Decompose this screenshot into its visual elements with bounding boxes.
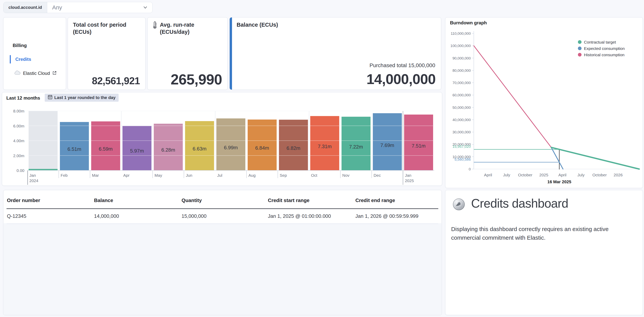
table-cell: Jan 1, 2025 @ 01:00:00.000 xyxy=(268,209,355,224)
svg-text:Jan: Jan xyxy=(29,173,36,178)
sidebar-item-label: Credits xyxy=(15,56,31,62)
svg-text:110,000,000: 110,000,000 xyxy=(451,32,471,36)
balance-accent-stripe xyxy=(230,18,232,90)
svg-text:7.31m: 7.31m xyxy=(318,144,332,149)
svg-text:Jan: Jan xyxy=(405,173,412,178)
svg-text:6.99m: 6.99m xyxy=(224,145,238,150)
filter-field-label: cloud.account.id xyxy=(4,2,47,13)
svg-text:July: July xyxy=(578,173,585,177)
coin-icon xyxy=(453,198,465,211)
svg-text:Nov: Nov xyxy=(342,173,350,178)
svg-text:40,000,000: 40,000,000 xyxy=(452,118,471,122)
svg-text:0: 0 xyxy=(468,167,471,171)
thermometer-icon xyxy=(152,21,158,36)
credits-dashboard-canvas: cloud.account.id Any Billing Credits Ela… xyxy=(0,0,644,317)
column-header: Quantity xyxy=(181,193,268,209)
svg-text:30,000,000: 30,000,000 xyxy=(452,130,471,134)
svg-text:60,000,000: 60,000,000 xyxy=(452,93,471,97)
active-item-stripe xyxy=(10,55,11,64)
table-row: Q-1234514,000,00015,000,000Jan 1, 2025 @… xyxy=(6,209,438,224)
svg-text:7.51m: 7.51m xyxy=(412,143,426,149)
credits-table-header: Order numberBalanceQuantityCredit start … xyxy=(6,193,438,209)
svg-text:Oct: Oct xyxy=(311,173,318,178)
metric-total-cost-panel: Total cost for period (ECUs) 82,561,921 xyxy=(68,17,146,90)
svg-text:Aug: Aug xyxy=(248,173,256,178)
table-cell: 15,000,000 xyxy=(181,209,268,224)
svg-text:October: October xyxy=(518,173,532,177)
usage-bar-chart[interactable]: 0.002.00m4.00m6.00m8.00mJanFebMarAprMayJ… xyxy=(2,106,442,185)
metric-title: Balance (ECUs) xyxy=(236,21,436,28)
credits-table-panel: Order numberBalanceQuantityCredit start … xyxy=(3,190,442,315)
svg-text:Jul: Jul xyxy=(217,173,222,178)
burndown-graph-panel: Burndown graph 010,000,00020,000,00030,0… xyxy=(445,17,643,188)
svg-text:2.00m: 2.00m xyxy=(13,154,24,158)
cloud-icon xyxy=(14,70,21,76)
external-link-icon xyxy=(52,70,57,76)
svg-text:50,000,000: 50,000,000 xyxy=(452,106,471,110)
metric-title: Total cost for period (ECUs) xyxy=(73,21,141,36)
svg-text:Feb: Feb xyxy=(61,173,68,178)
svg-text:0.00: 0.00 xyxy=(16,168,24,173)
table-cell: Q-12345 xyxy=(6,209,94,224)
info-panel-title: Credits dashboard xyxy=(471,196,568,210)
svg-text:Jun: Jun xyxy=(186,173,192,178)
svg-text:7.69m: 7.69m xyxy=(380,142,394,148)
table-cell: Jan 1, 2026 @ 00:59:59.999 xyxy=(355,209,438,224)
svg-text:6.84m: 6.84m xyxy=(255,145,269,151)
time-range-badge: Last 1 year rounded to the day xyxy=(45,94,118,102)
burndown-chart[interactable]: 010,000,00020,000,00030,000,00040,000,00… xyxy=(446,28,642,187)
svg-text:2024: 2024 xyxy=(29,178,38,183)
svg-text:Apr: Apr xyxy=(123,173,130,178)
metric-value: 265,990 xyxy=(170,71,222,88)
metric-run-rate-panel: Avg. run-rate (ECUs/day) 265,990 xyxy=(148,17,228,90)
svg-text:6.82m: 6.82m xyxy=(286,145,300,151)
column-header: Credit end range xyxy=(355,193,438,209)
svg-text:6.51m: 6.51m xyxy=(67,146,81,152)
svg-text:15,957,020: 15,957,020 xyxy=(452,144,471,148)
usage-title: Last 12 months xyxy=(6,95,40,101)
svg-text:7.22m: 7.22m xyxy=(349,144,363,150)
svg-text:Mar: Mar xyxy=(92,173,99,178)
svg-text:April: April xyxy=(558,173,566,177)
svg-text:80,000,000: 80,000,000 xyxy=(452,68,471,72)
svg-text:May: May xyxy=(154,173,162,178)
metric-title: Avg. run-rate (ECUs/day) xyxy=(160,21,208,36)
svg-text:October: October xyxy=(592,173,607,177)
info-panel-body: Displaying this dashboard correctly requ… xyxy=(451,225,634,242)
svg-text:5.97m: 5.97m xyxy=(130,148,144,154)
burndown-legend: Contractual targetExpected consumptionHi… xyxy=(578,40,625,57)
metric-value: 14,000,000 xyxy=(366,71,436,87)
svg-text:Contractual target: Contractual target xyxy=(584,40,616,44)
metric-balance-panel: Balance (ECUs) Purchased total 15,000,00… xyxy=(230,17,441,90)
sidebar-item-credits[interactable]: Credits xyxy=(10,55,31,64)
svg-text:July: July xyxy=(503,173,510,177)
usage-bar-chart-panel: Last 12 months Last 1 year rounded to th… xyxy=(2,92,442,186)
cloud-account-id-filter[interactable]: cloud.account.id Any xyxy=(3,2,152,13)
sidebar-item-label: Elastic Cloud xyxy=(23,70,50,76)
svg-text:6.00m: 6.00m xyxy=(13,124,24,128)
column-header: Credit start range xyxy=(268,193,355,209)
filter-value[interactable]: Any xyxy=(47,2,142,13)
svg-text:100,000,000: 100,000,000 xyxy=(450,44,471,48)
svg-text:8.00m: 8.00m xyxy=(13,109,24,113)
sidebar-item-elastic-cloud[interactable]: Elastic Cloud xyxy=(14,69,57,78)
svg-text:70,000,000: 70,000,000 xyxy=(452,81,471,85)
svg-text:Sep: Sep xyxy=(280,173,287,178)
svg-text:Dec: Dec xyxy=(374,173,381,178)
billing-nav-panel: Billing Credits Elastic Cloud xyxy=(3,17,66,90)
svg-text:Historical consumption: Historical consumption xyxy=(584,52,624,57)
credits-dashboard-info-panel: Credits dashboard Displaying this dashbo… xyxy=(445,190,643,315)
svg-text:6.63m: 6.63m xyxy=(193,146,206,152)
svg-text:April: April xyxy=(484,173,492,177)
calendar-icon xyxy=(48,94,52,101)
time-range-badge-label: Last 1 year rounded to the day xyxy=(54,95,116,100)
nav-title: Billing xyxy=(13,43,27,48)
column-header: Balance xyxy=(94,193,181,209)
svg-text:16 Mar 2025: 16 Mar 2025 xyxy=(547,180,571,184)
svg-text:2026: 2026 xyxy=(614,173,623,177)
svg-text:90,000,000: 90,000,000 xyxy=(452,56,471,60)
credits-table: Order numberBalanceQuantityCredit start … xyxy=(6,193,438,224)
svg-text:2025: 2025 xyxy=(405,178,414,183)
metric-value: 82,561,921 xyxy=(92,75,140,86)
svg-text:5,560,586: 5,560,586 xyxy=(454,157,471,162)
